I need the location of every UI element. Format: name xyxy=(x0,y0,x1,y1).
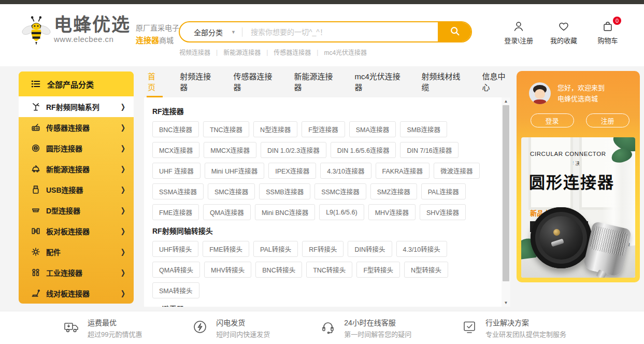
category-tag[interactable]: QMA转接头 xyxy=(152,262,200,278)
content-area: 全部产品分类 RF射频同轴系列❯传感器连接器❯圆形连接器❯新能源连接器❯USB连… xyxy=(0,66,644,311)
tab-6[interactable]: 射频线材线缆 xyxy=(421,70,464,93)
sidebar-item-3[interactable]: 圆形连接器❯ xyxy=(19,138,134,159)
brand-name: 电蜂优选 xyxy=(54,16,131,35)
category-tag[interactable]: DIN 1.0/2.3连接器 xyxy=(261,142,326,158)
site-logo[interactable]: 电蜂优选 www.elecbee.cn 原厂直采电子 连接器商城 xyxy=(22,16,179,48)
sidebar-item-1[interactable]: RF射频同轴系列❯ xyxy=(19,96,134,117)
avatar xyxy=(529,82,551,104)
category-tag[interactable]: L9(1.6/5.6) xyxy=(319,204,364,220)
sidebar-item-label: 工业连接器 xyxy=(46,267,115,278)
category-tag[interactable]: UHF 连接器 xyxy=(152,163,201,179)
sidebar-item-9[interactable]: 工业连接器❯ xyxy=(19,262,134,283)
category-tag[interactable]: MCX连接器 xyxy=(152,142,199,158)
tab-3[interactable]: 传感器连接器 xyxy=(234,70,276,93)
category-tag[interactable]: SSMC连接器 xyxy=(314,183,366,199)
wire-to-board-icon xyxy=(31,289,40,298)
search-input[interactable] xyxy=(242,28,438,36)
category-tag[interactable]: 微波连接器 xyxy=(434,163,480,179)
chevron-right-icon: ❯ xyxy=(121,206,125,214)
category-tag[interactable]: QMA连接器 xyxy=(203,204,251,220)
category-tag[interactable]: DIN 7/16连接器 xyxy=(400,142,459,158)
tab-7[interactable]: 信息中心 xyxy=(482,70,510,93)
category-tag[interactable]: SMC连接器 xyxy=(208,183,255,199)
chevron-right-icon: ❯ xyxy=(121,248,125,256)
sidebar-item-10[interactable]: 线对板连接器❯ xyxy=(19,283,134,304)
tab-2[interactable]: 射频连接器 xyxy=(180,70,215,93)
category-tag[interactable]: SMA连接器 xyxy=(349,121,396,137)
welcome-text: 您好，欢迎来到 电蜂优选商城 xyxy=(557,82,605,105)
hot-link-4[interactable]: mc4光伏连接器 xyxy=(324,48,367,56)
sidebar-item-8[interactable]: 配件❯ xyxy=(19,241,134,262)
category-tag[interactable]: FME连接器 xyxy=(152,204,199,220)
tab-4[interactable]: 新能源连接器 xyxy=(294,70,337,93)
hot-link-3[interactable]: 传感器连接器 xyxy=(274,48,311,56)
category-tag[interactable]: PAL转接头 xyxy=(253,241,298,257)
sidebar-item-7[interactable]: 板对板连接器❯ xyxy=(19,221,134,241)
sidebar-item-2[interactable]: 传感器连接器❯ xyxy=(19,117,134,138)
person-icon xyxy=(512,20,525,34)
category-tag[interactable]: Mini UHF连接器 xyxy=(205,163,265,179)
category-tag[interactable]: TNC连接器 xyxy=(203,121,249,137)
category-tag[interactable]: DIN转接头 xyxy=(348,241,392,257)
category-tag[interactable]: FAKRA连接器 xyxy=(376,163,430,179)
search-bar: 全部分类 ▼ xyxy=(179,21,472,42)
sidebar-item-label: 线对板连接器 xyxy=(46,288,115,298)
scrollbar-thumb[interactable] xyxy=(503,105,509,281)
sidebar-item-4[interactable]: 新能源连接器❯ xyxy=(19,159,134,179)
header-action-2[interactable]: 我的收藏 xyxy=(550,20,577,45)
promo-banner[interactable]: CIRCULAR CONNECTOR 更高性能高速解决方案 圆形连接器 ≋≋ 新… xyxy=(521,137,635,278)
hot-links: 视频连接器|新能源连接器|传感器连接器|mc4光伏连接器 xyxy=(179,48,367,56)
scroll-down-icon[interactable]: ▼ xyxy=(504,299,508,306)
category-tag[interactable]: PAL连接器 xyxy=(421,183,466,199)
category-tag[interactable]: MMCX连接器 xyxy=(204,142,256,158)
login-button[interactable]: 登录 xyxy=(531,113,574,127)
category-tag[interactable]: BNC连接器 xyxy=(152,121,199,137)
footer-item-2: 闪电发货短时间内快速发货 xyxy=(192,317,270,339)
category-tag[interactable]: BNC转接头 xyxy=(255,262,302,278)
category-tag[interactable]: RF转接头 xyxy=(302,241,344,257)
category-tag[interactable]: 4.3/10转接头 xyxy=(396,241,447,257)
board-to-board-icon xyxy=(31,226,40,236)
category-tag[interactable]: IPEX连接器 xyxy=(268,163,316,179)
category-tag[interactable]: SMZ连接器 xyxy=(370,183,417,199)
scrollbar[interactable]: ▲ ▼ xyxy=(502,97,510,307)
main-nav: 首页射频连接器传感器连接器新能源连接器mc4光伏连接器射频线材线缆信息中心 xyxy=(144,71,510,92)
category-tag[interactable]: MHV转接头 xyxy=(204,262,251,278)
footer-item-desc: 第一时间解答您的疑问 xyxy=(344,329,411,339)
category-tag[interactable]: TNC转接头 xyxy=(306,262,352,278)
header-action-1[interactable]: 登录\注册 xyxy=(504,20,533,45)
category-tag[interactable]: F型转接头 xyxy=(356,262,400,278)
chevron-right-icon: ❯ xyxy=(121,185,125,194)
header-action-3[interactable]: 购物车0 xyxy=(594,20,621,45)
category-tag[interactable]: FME转接头 xyxy=(203,241,249,257)
hot-link-2[interactable]: 新能源连接器 xyxy=(223,48,261,56)
footer-item-desc: 短时间内快速发货 xyxy=(216,329,270,339)
sidebar-item-label: USB连接器 xyxy=(46,184,115,195)
cart-badge: 0 xyxy=(613,17,621,25)
register-button[interactable]: 注册 xyxy=(586,113,629,127)
category-tag[interactable]: DIN 1.6/5.6连接器 xyxy=(331,142,396,158)
category-tag[interactable]: 4.3/10连接器 xyxy=(320,163,371,179)
sidebar-item-5[interactable]: USB连接器❯ xyxy=(19,179,134,200)
tab-1[interactable]: 首页 xyxy=(148,70,162,93)
category-tag[interactable]: Mini BNC连接器 xyxy=(255,204,315,220)
category-tag[interactable]: UHF转接头 xyxy=(152,241,198,257)
category-tag[interactable]: SMA转接头 xyxy=(152,282,199,298)
category-tag[interactable]: N型连接器 xyxy=(253,121,297,137)
category-tag[interactable]: SSMB连接器 xyxy=(259,183,310,199)
category-tag[interactable]: MHV连接器 xyxy=(368,204,416,220)
category-tag[interactable]: SMB连接器 xyxy=(400,121,447,137)
sidebar-title: 全部产品分类 xyxy=(19,71,134,96)
hot-link-1[interactable]: 视频连接器 xyxy=(179,48,210,56)
category-dropdown[interactable]: 全部分类 ▼ xyxy=(180,27,242,37)
scroll-up-icon[interactable]: ▲ xyxy=(504,97,508,105)
sidebar-item-6[interactable]: D型连接器❯ xyxy=(19,200,134,221)
category-sidebar: 全部产品分类 RF射频同轴系列❯传感器连接器❯圆形连接器❯新能源连接器❯USB连… xyxy=(19,71,134,304)
tab-5[interactable]: mc4光伏连接器 xyxy=(354,70,403,93)
category-tag[interactable]: SHV连接器 xyxy=(420,204,466,220)
sidebar-item-label: 配件 xyxy=(46,247,115,257)
search-button[interactable] xyxy=(438,21,472,42)
category-tag[interactable]: N型转接头 xyxy=(404,262,448,278)
category-tag[interactable]: SSMA连接器 xyxy=(152,183,204,199)
category-tag[interactable]: F型连接器 xyxy=(302,121,345,137)
